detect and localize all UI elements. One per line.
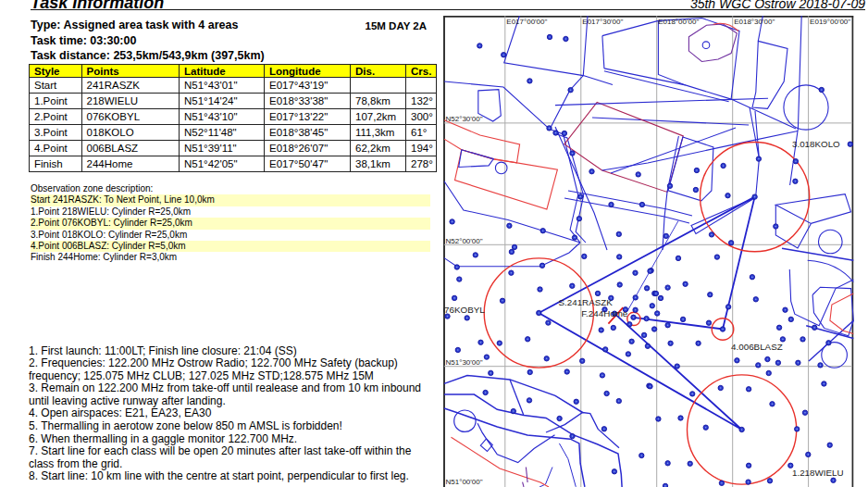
svg-text:N51°00'00": N51°00'00" bbox=[446, 478, 483, 486]
svg-text:1.218WIELU: 1.218WIELU bbox=[792, 468, 844, 478]
svg-text:F.244Home: F.244Home bbox=[581, 308, 628, 318]
svg-text:E018°00'00": E018°00'00" bbox=[658, 18, 699, 26]
svg-text:N51°30'00": N51°30'00" bbox=[446, 358, 483, 367]
svg-text:4.006BLASZ: 4.006BLASZ bbox=[731, 342, 783, 352]
svg-text:E017°30'00": E017°30'00" bbox=[582, 18, 623, 26]
svg-text:3.018KOLO: 3.018KOLO bbox=[792, 139, 840, 149]
svg-text:S.241RASZK: S.241RASZK bbox=[559, 297, 614, 307]
svg-text:E019°00'00": E019°00'00" bbox=[810, 18, 850, 26]
svg-text:E017°00'00": E017°00'00" bbox=[506, 18, 547, 26]
svg-text:N52°00'00": N52°00'00" bbox=[446, 237, 483, 245]
svg-text:2.076KOBYL: 2.076KOBYL bbox=[443, 305, 485, 315]
svg-text:N52°30'00": N52°30'00" bbox=[446, 115, 483, 123]
svg-text:E018°30'00": E018°30'00" bbox=[734, 18, 775, 26]
